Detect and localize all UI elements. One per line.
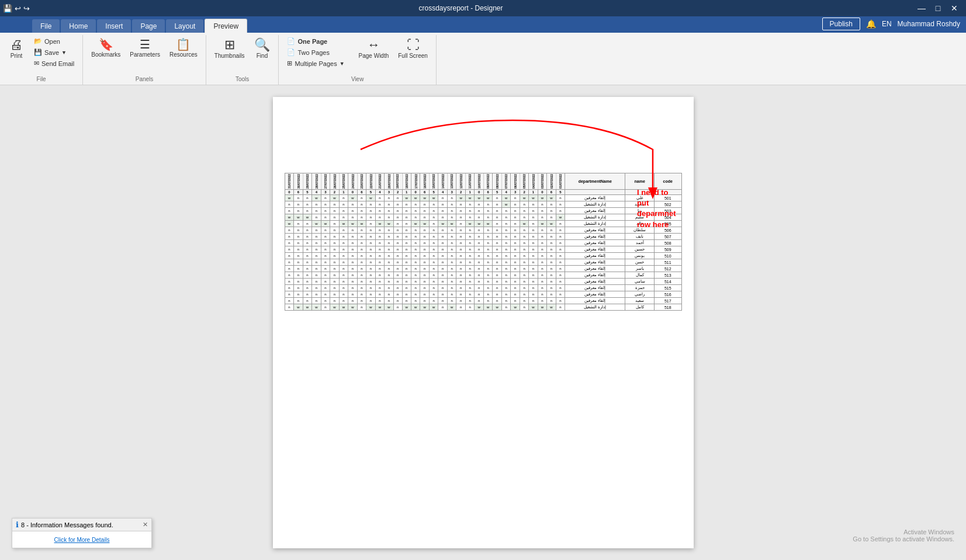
- header-date-13: 14/07/2022: [438, 173, 447, 190]
- cell-day-20: n: [375, 240, 384, 246]
- cell-code: 514: [655, 279, 681, 285]
- cell-day-18: n: [393, 234, 402, 240]
- sub-day-24: 1: [339, 190, 348, 195]
- info-close-button[interactable]: ✕: [143, 521, 148, 528]
- cell-day-14: n: [429, 266, 438, 272]
- cell-day-19: n: [385, 272, 393, 279]
- cell-day-15: w: [420, 304, 429, 311]
- maximize-button[interactable]: □: [932, 4, 944, 13]
- cell-day-0: n: [556, 201, 565, 208]
- cell-day-0: n: [556, 253, 565, 259]
- cell-day-14: n: [429, 227, 438, 234]
- cell-day-22: n: [357, 259, 366, 266]
- cell-day-0: n: [556, 195, 565, 201]
- cell-day-21: n: [366, 279, 375, 285]
- parameters-button[interactable]: ☰ Parameters: [126, 36, 164, 60]
- table-row: 510يونسإلقاء معرفينnnnnnnnnnnnnnnnnnnnnn…: [285, 253, 681, 259]
- bookmarks-button[interactable]: 🔖 Bookmarks: [88, 36, 124, 60]
- language-selector[interactable]: EN: [882, 20, 892, 28]
- cell-day-6: w: [501, 201, 510, 208]
- cell-day-15: w: [420, 195, 429, 201]
- resources-button[interactable]: 📋 Resources: [166, 36, 201, 60]
- sub-day-11: 2: [456, 190, 465, 195]
- cell-day-26: n: [321, 195, 330, 201]
- cell-day-15: n: [420, 246, 429, 253]
- two-pages-button[interactable]: 📄 Two Pages: [283, 47, 348, 57]
- notification-icon[interactable]: 🔔: [866, 19, 876, 29]
- cell-day-15: n: [420, 208, 429, 214]
- cell-day-23: n: [348, 246, 357, 253]
- info-details-link[interactable]: Click for More Details: [54, 537, 109, 543]
- sub-day-28: 5: [303, 190, 311, 195]
- tab-home[interactable]: Home: [61, 19, 96, 33]
- cell-day-15: n: [420, 253, 429, 259]
- tab-file[interactable]: File: [32, 19, 60, 33]
- publish-button[interactable]: Publish: [822, 18, 860, 30]
- cell-day-30: n: [285, 240, 294, 246]
- cell-day-13: n: [438, 208, 447, 214]
- quick-access-toolbar[interactable]: 💾 ↩ ↪: [0, 0, 32, 16]
- cell-day-1: n: [547, 272, 556, 279]
- cell-day-11: n: [456, 246, 465, 253]
- cell-day-11: n: [456, 208, 465, 214]
- cell-day-22: n: [357, 214, 366, 221]
- cell-day-2: n: [538, 214, 546, 221]
- send-email-button[interactable]: ✉ Send Email: [30, 58, 78, 68]
- sub-dept: [565, 190, 625, 195]
- cell-day-17: n: [402, 279, 411, 285]
- tab-insert[interactable]: Insert: [97, 19, 131, 33]
- cell-day-26: n: [321, 208, 330, 214]
- close-button[interactable]: ✕: [948, 4, 960, 13]
- cell-day-14: n: [429, 208, 438, 214]
- header-date-8: 09/07/2022: [483, 173, 492, 190]
- cell-day-7: n: [493, 253, 501, 259]
- cell-day-8: n: [483, 253, 492, 259]
- cell-day-28: n: [303, 234, 311, 240]
- header-date-3: 04/07/2022: [529, 173, 538, 190]
- cell-day-4: n: [520, 285, 528, 291]
- cell-day-3: n: [529, 208, 538, 214]
- save-icon[interactable]: 💾: [3, 4, 12, 13]
- save-dropdown-icon: ▼: [61, 50, 67, 55]
- cell-day-23: n: [348, 234, 357, 240]
- multiple-pages-button[interactable]: ⊞ Multiple Pages ▼: [283, 58, 348, 68]
- cell-day-5: n: [511, 221, 520, 227]
- sub-day-29: 6: [294, 190, 303, 195]
- undo-icon[interactable]: ↩: [15, 4, 21, 13]
- table-row: 511حسنإلقاء معرفينnnnnnnnnnnnnnnnnnnnnnn…: [285, 259, 681, 266]
- cell-day-17: n: [402, 285, 411, 291]
- cell-day-6: n: [501, 298, 510, 304]
- tab-preview[interactable]: Preview: [205, 19, 247, 33]
- view-small-group: 📄 One Page 📄 Two Pages ⊞ Multiple Pages …: [283, 36, 348, 68]
- cell-day-2: n: [538, 259, 546, 266]
- redo-icon[interactable]: ↪: [23, 4, 30, 13]
- cell-day-17: n: [402, 266, 411, 272]
- thumbnails-button[interactable]: ⊞ Thumbnails: [211, 36, 248, 61]
- minimize-button[interactable]: —: [916, 4, 927, 13]
- header-date-15: 16/07/2022: [420, 173, 429, 190]
- cell-day-16: n: [411, 240, 420, 246]
- cell-day-21: n: [366, 253, 375, 259]
- tab-page[interactable]: Page: [132, 19, 165, 33]
- one-page-button[interactable]: 📄 One Page: [283, 36, 348, 46]
- find-button[interactable]: 🔍 Find: [250, 36, 273, 61]
- tab-layout[interactable]: Layout: [166, 19, 203, 33]
- cell-day-11: n: [456, 227, 465, 234]
- cell-day-6: n: [501, 285, 510, 291]
- cell-day-24: n: [339, 240, 348, 246]
- cell-name: سعيد: [625, 298, 655, 304]
- sub-day-25: 2: [330, 190, 339, 195]
- open-button[interactable]: 📂 Open: [30, 36, 78, 46]
- print-button[interactable]: 🖨 Print: [5, 36, 28, 61]
- cell-day-20: n: [375, 279, 384, 285]
- cell-day-5: n: [511, 291, 520, 298]
- full-screen-button[interactable]: ⛶ Full Screen: [394, 36, 431, 61]
- header-dept: departmentName: [565, 173, 625, 190]
- cell-day-11: n: [456, 214, 465, 221]
- cell-name: كمال: [625, 272, 655, 279]
- cell-dept: إلقاء معرفين: [565, 208, 625, 214]
- header-date-21: 22/07/2022: [366, 173, 375, 190]
- page-width-button[interactable]: ↔ Page Width: [355, 36, 393, 61]
- save-button[interactable]: 💾 Save ▼: [30, 47, 78, 57]
- cell-day-6: n: [501, 227, 510, 234]
